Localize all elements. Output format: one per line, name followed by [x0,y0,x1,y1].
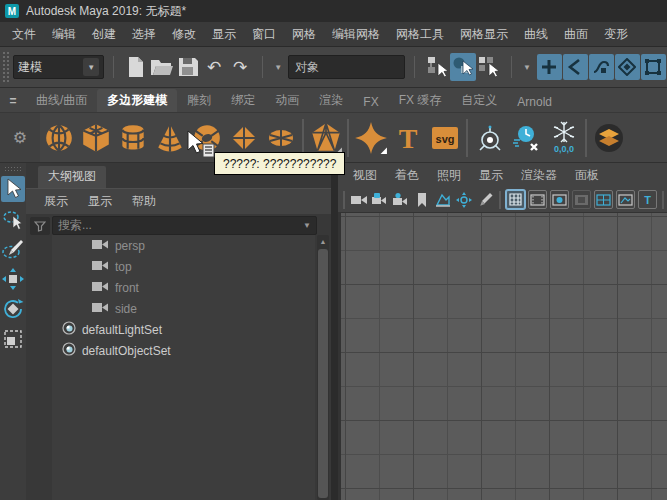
outliner-item-defaultObjectSet[interactable]: defaultObjectSet [52,340,315,361]
scrollbar-thumb[interactable] [318,249,328,498]
chevron-down-icon[interactable]: ▼ [272,63,284,72]
viewport-menu-1[interactable]: 视图 [344,167,386,184]
freeze-transform-icon[interactable]: 0,0,0 [545,116,582,160]
polygon-cube-icon[interactable] [77,116,114,160]
chevron-down-icon[interactable]: ▼ [303,221,311,230]
center-pivot-icon[interactable] [471,116,508,160]
select-object-icon[interactable] [450,53,476,81]
shelf-tab-9[interactable]: 自定义 [451,89,507,112]
grid-toggle-icon[interactable] [506,190,525,209]
select-component-icon[interactable] [476,53,502,81]
object-filter-field[interactable]: 对象 [288,55,405,79]
polygon-sphere-icon[interactable] [40,116,77,160]
gate-mask-icon[interactable] [572,190,591,209]
film-gate-icon[interactable] [528,190,547,209]
menu-item-14[interactable]: 变形 [596,22,636,46]
menu-item-10[interactable]: 网格工具 [388,22,452,46]
combine-icon[interactable] [590,116,627,160]
menu-item-4[interactable]: 选择 [124,22,164,46]
redo-icon[interactable]: ↷ [227,53,253,81]
rotate-tool-icon[interactable] [1,296,25,322]
resolution-gate-icon[interactable] [550,190,569,209]
lasso-select-tool-icon[interactable] [1,206,25,232]
viewport-menu-2[interactable]: 着色 [386,167,428,184]
outliner-tab[interactable]: 大纲视图 [38,166,106,188]
camera-icon[interactable] [349,190,369,210]
viewport-menu-3[interactable]: 照明 [428,167,470,184]
type-tool-icon[interactable]: T [389,116,426,160]
super-shape-icon[interactable] [352,116,389,160]
make-live-icon[interactable] [641,54,666,80]
undo-icon[interactable]: ↶ [201,53,227,81]
image-plane-icon[interactable] [433,190,453,210]
field-chart-icon[interactable] [594,190,613,209]
gear-icon[interactable]: ⚙ [13,128,27,147]
menu-item-13[interactable]: 曲面 [556,22,596,46]
shelf-tab-2[interactable]: 多边形建模 [97,89,177,112]
menu-item-12[interactable]: 曲线 [516,22,556,46]
outliner-menu-2[interactable]: 显示 [80,192,120,211]
menu-item-11[interactable]: 网格显示 [452,22,516,46]
snap-point-icon[interactable] [589,54,614,80]
camera-attributes-icon[interactable] [391,190,411,210]
snap-curve-icon[interactable] [563,54,588,80]
save-scene-icon[interactable] [175,53,201,81]
grip-handle-icon[interactable] [2,51,9,83]
shelf-tab-3[interactable]: 雕刻 [177,89,221,112]
bookmark-icon[interactable] [412,190,432,210]
pan-zoom-icon[interactable] [454,190,474,210]
safe-title-icon[interactable]: T [638,190,657,209]
move-tool-icon[interactable] [1,266,25,292]
safe-action-icon[interactable] [616,190,635,209]
menu-item-9[interactable]: 编辑网格 [324,22,388,46]
delete-history-icon[interactable] [508,116,545,160]
chevron-down-icon[interactable]: ▼ [521,63,533,72]
open-scene-icon[interactable] [149,53,175,81]
new-scene-icon[interactable] [123,53,149,81]
outliner-item-persp[interactable]: persp [52,235,315,256]
outliner-item-defaultLightSet[interactable]: defaultLightSet [52,319,315,340]
menuset-dropdown[interactable]: 建模 ▼ [13,55,104,79]
shelf-tab-7[interactable]: FX [353,92,388,112]
lock-camera-icon[interactable] [370,190,390,210]
search-input[interactable]: 搜索... ▼ [52,216,317,235]
shelf-tab-10[interactable]: Arnold [507,92,562,112]
menu-item-8[interactable]: 网格 [284,22,324,46]
scroll-up-icon[interactable]: ▲ [317,235,329,247]
viewport-canvas[interactable] [338,213,667,500]
shelf-menu-icon[interactable]: = [0,94,26,112]
menu-item-6[interactable]: 显示 [204,22,244,46]
shelf-tab-5[interactable]: 动画 [265,89,309,112]
outliner-item-side[interactable]: side [52,298,315,319]
polygon-cylinder-icon[interactable] [114,116,151,160]
menu-item-2[interactable]: 编辑 [44,22,84,46]
shelf-tab-4[interactable]: 绑定 [221,89,265,112]
menu-item-3[interactable]: 创建 [84,22,124,46]
paint-select-tool-icon[interactable] [1,236,25,262]
shelf-tab-6[interactable]: 渲染 [309,89,353,112]
grip-handle-icon[interactable] [4,166,22,172]
outliner-item-front[interactable]: front [52,277,315,298]
outliner-menu-3[interactable]: 帮助 [124,192,164,211]
select-tool-icon[interactable] [1,176,25,202]
outliner-item-top[interactable]: top [52,256,315,277]
svg-tool-icon[interactable]: svg [426,116,463,160]
snap-projected-center-icon[interactable] [615,54,640,80]
select-hierarchy-icon[interactable] [424,53,450,81]
viewport-menu-6[interactable]: 面板 [566,167,608,184]
outliner-menu-1[interactable]: 展示 [36,192,76,211]
grease-pencil-icon[interactable] [475,190,495,210]
menu-item-5[interactable]: 修改 [164,22,204,46]
filter-icon[interactable] [30,217,50,235]
menu-item-7[interactable]: 窗口 [244,22,284,46]
shelf-tab-1[interactable]: 曲线/曲面 [26,89,97,112]
scale-tool-icon[interactable] [1,326,25,352]
menu-item-1[interactable]: 文件 [4,22,44,46]
outliner-scrollbar[interactable]: ▲ [317,235,329,500]
viewport-menu-4[interactable]: 显示 [470,167,512,184]
snap-grid-icon[interactable] [537,54,562,80]
panel-splitter[interactable] [331,163,338,500]
viewport-menu-5[interactable]: 渲染器 [512,167,566,184]
polygon-cone-icon[interactable] [151,116,188,160]
shelf-tab-8[interactable]: FX 缓存 [389,89,452,112]
